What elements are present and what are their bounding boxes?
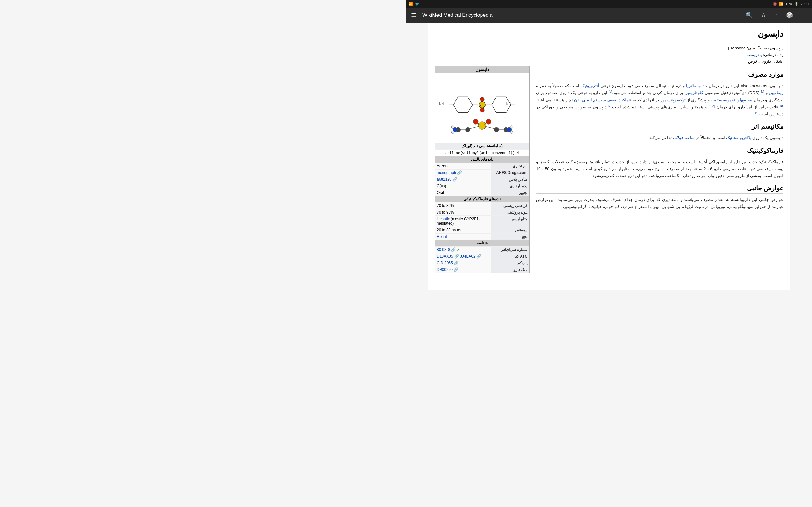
pubchem-link[interactable]: CID 2955 🔗 — [437, 261, 459, 265]
atc-label: ATC کد — [491, 253, 529, 260]
ahfs-link[interactable]: monograph 🔗 — [437, 170, 462, 175]
mechanism-header: مکانیسم اثر — [536, 123, 783, 132]
mute-icon: 🔇 — [773, 2, 777, 6]
immune-link[interactable]: عملکرد ضعیف سیستم ایمنی بدن — [574, 98, 631, 102]
renal-link[interactable]: Renal — [437, 234, 447, 239]
atc-j04-link[interactable]: J04BA02 🔗 — [460, 254, 481, 259]
status-bar-right: 🔇 📶 14% 🔋 20:41 — [773, 2, 809, 6]
cas-row: شماره سی‌ای‌اس 80-08-0 🔗 ✓ — [435, 246, 529, 253]
svg-text:S: S — [478, 103, 481, 107]
cas-link[interactable]: 80-08-0 🔗 — [437, 247, 456, 252]
battery-text: 14% — [785, 2, 792, 6]
ahfs-value: monograph 🔗 — [435, 170, 491, 176]
atc-d10-link[interactable]: D10AX05 🔗 — [437, 254, 459, 259]
pubchem-label: پاب‌کم — [491, 260, 529, 266]
excretion-value: Renal — [435, 233, 491, 240]
malaria-link[interactable]: مالاریا — [686, 83, 696, 88]
home-button[interactable]: ⌂ — [773, 11, 779, 19]
medline-label: مدلاین پلاس — [491, 176, 529, 182]
pubchem-row: پاب‌کم CID 2955 🔗 — [435, 260, 529, 266]
app-title: WikiMed Medical Encyclopedia — [422, 12, 745, 18]
app-bar: ☰ WikiMed Medical Encyclopedia 🔍 ☆ ⌂ 🎲 ⋮ — [406, 8, 812, 23]
svg-text:O: O — [478, 109, 481, 112]
meta-class-link[interactable]: پادزیست — [746, 52, 762, 57]
acne-link[interactable]: آکنه — [708, 105, 715, 109]
meta-form-text: اشکال دارویی: قرص — [748, 59, 783, 64]
status-bar: 📶 🐦 🔇 📶 14% 🔋 20:41 — [406, 0, 812, 8]
rifampicin-link[interactable]: ریفامپین — [769, 90, 783, 95]
leprosy-link[interactable]: جذام — [699, 83, 707, 88]
pregnancy-value: C(us) — [435, 183, 491, 189]
identifiers-section-title: شناسه — [435, 240, 529, 246]
battery-icon: 🔋 — [794, 2, 799, 6]
svg-point-33 — [510, 126, 513, 128]
time-display: 20:41 — [801, 2, 809, 6]
pregnancy-row: رده بارداری C(us) — [435, 182, 529, 189]
bookmark-button[interactable]: ☆ — [760, 11, 767, 19]
routes-row: تجویز Oral — [435, 189, 529, 196]
medline-value: a682128 🔗 — [435, 176, 491, 182]
protein-label: پیوند پروتئینی — [491, 209, 529, 216]
trade-name-value: Aczone — [435, 163, 491, 169]
iupac-label: (سامانه‌شناسی نام (ایوپاک — [435, 143, 529, 149]
metabolism-row: متابولیسم Hepatic (mostly CYP2E1-mediate… — [435, 216, 529, 227]
trade-name-label: نام تجاری — [491, 163, 529, 169]
svg-point-31 — [451, 126, 454, 128]
trade-name-row: نام تجاری Aczone — [435, 163, 529, 169]
status-bar-left: 📶 🐦 — [409, 2, 419, 6]
antibiotic-link[interactable]: آنتی‌بیوتیک — [581, 83, 599, 88]
svg-point-26 — [494, 127, 499, 132]
page-title: داپسون — [435, 29, 783, 42]
drugbank-row: بانک دارو DB00250 🔗 — [435, 266, 529, 273]
menu-button[interactable]: ☰ — [410, 11, 417, 19]
subtitle-text: داپسون (به انگلیسی: Dapsone) — [728, 46, 783, 50]
bacteriostatic-link[interactable]: باکتریواستاتیک — [726, 135, 751, 140]
more-button[interactable]: ⋮ — [800, 11, 808, 19]
main-content: داپسون داپسون (به انگلیسی: Dapsone) رده … — [428, 23, 790, 290]
svg-point-34 — [510, 131, 513, 134]
hepatic-link[interactable]: Hepatic — [437, 217, 450, 221]
meta-form-line: اشکال دارویی: قرص — [435, 59, 783, 64]
twitter-icon: 🐦 — [415, 2, 419, 6]
usage-header: موارد مصرف — [536, 71, 783, 80]
ahfs-row: AHFS/Drugs.com monograph 🔗 — [435, 169, 529, 176]
app-bar-icons: 🔍 ☆ ⌂ 🎲 ⋮ — [745, 11, 808, 19]
halflife-row: نیمه‌عمر 20 to 30 hours — [435, 227, 529, 233]
svg-text:H₂N: H₂N — [438, 102, 444, 106]
pcp-link[interactable]: سینه‌پهلو پنوموسیستیس — [711, 98, 753, 102]
routes-value: Oral — [435, 189, 491, 196]
svg-point-16 — [478, 122, 486, 129]
drug-infobox: داپسون H₂N NH₂ — [435, 66, 530, 273]
atc-row: ATC کد D10AX05 🔗 J04BA02 🔗 — [435, 253, 529, 260]
svg-point-17 — [473, 119, 478, 124]
medline-link[interactable]: a682128 🔗 — [437, 177, 457, 181]
usage-text: داپسون، also known as این دارو در درمان … — [536, 82, 783, 118]
signal-icon: 📶 — [409, 2, 413, 6]
svg-marker-0 — [453, 97, 472, 113]
drugbank-link[interactable]: DB00250 🔗 — [437, 268, 458, 272]
mechanism-text: داپسون یک داروی باکتریواستاتیک است و احت… — [536, 134, 783, 141]
folate-link[interactable]: ساخت‌فولات — [673, 135, 695, 140]
search-button[interactable]: 🔍 — [745, 11, 754, 19]
protein-row: پیوند پروتئینی 70 to 90% — [435, 209, 529, 216]
svg-line-21 — [469, 126, 479, 129]
pk-text: فارماکوکینتیک: جذب این دارو از راه‌خوراک… — [536, 158, 783, 179]
dice-button[interactable]: 🎲 — [785, 11, 794, 19]
toxo-link[interactable]: توکسوپلاسموز — [660, 98, 686, 102]
cas-value: 80-08-0 🔗 ✓ — [435, 246, 491, 253]
clinical-section-title: داده‌های بالینی — [435, 156, 529, 163]
pregnancy-label: رده بارداری — [491, 183, 529, 189]
excretion-row: دفع Renal — [435, 233, 529, 240]
side-effects-text: عوارض جانبی این دارووابسته به مقدار مصرف… — [536, 196, 783, 210]
svg-text:O: O — [478, 98, 481, 101]
routes-label: تجویز — [491, 189, 529, 196]
medline-row: مدلاین پلاس a682128 🔗 — [435, 176, 529, 182]
svg-point-22 — [466, 127, 470, 132]
infobox-title: داپسون — [435, 66, 529, 73]
clofazimine-link[interactable]: کلوفازیمین — [684, 90, 703, 95]
cas-label: شماره سی‌ای‌اس — [491, 246, 529, 253]
pubchem-value: CID 2955 🔗 — [435, 260, 491, 266]
infobox-container: داپسون H₂N NH₂ — [435, 66, 530, 277]
excretion-label: دفع — [491, 233, 529, 240]
side-effects-header: عوارض جانبی — [536, 184, 783, 193]
